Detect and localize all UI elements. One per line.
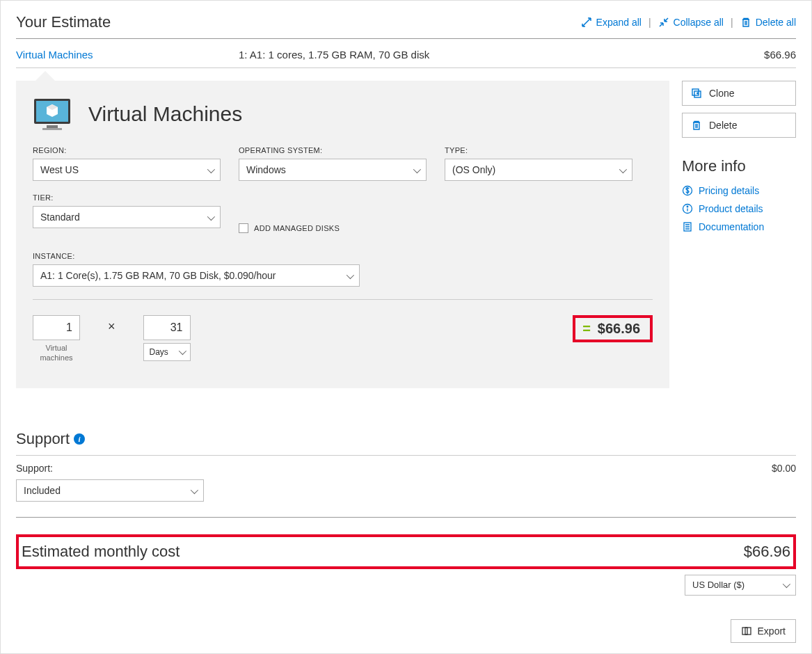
days-input[interactable]: 31 <box>143 315 191 340</box>
trash-icon <box>691 120 702 131</box>
os-select[interactable]: Windows <box>239 159 427 181</box>
equals-icon: = <box>582 321 591 337</box>
line-total-value: $66.96 <box>598 321 640 337</box>
clone-button[interactable]: Clone <box>682 81 796 106</box>
svg-rect-3 <box>42 128 62 130</box>
type-label: TYPE: <box>445 146 632 154</box>
panel-title: Virtual Machines <box>88 102 242 126</box>
tier-select[interactable]: Standard <box>33 206 221 228</box>
collapse-all-link[interactable]: Collapse all <box>658 17 724 28</box>
vm-count-caption: Virtual machines <box>33 343 80 363</box>
svg-rect-2 <box>47 125 58 128</box>
chevron-down-icon <box>207 164 213 175</box>
chevron-down-icon <box>347 270 352 281</box>
trash-icon <box>740 17 751 28</box>
currency-select[interactable]: US Dollar ($) <box>685 575 796 596</box>
more-info-heading: More info <box>682 157 796 175</box>
multiply-icon: × <box>108 319 116 334</box>
managed-disks-checkbox[interactable] <box>239 223 248 233</box>
vm-count-input[interactable]: 1 <box>33 315 80 340</box>
support-cost: $0.00 <box>772 463 796 474</box>
delete-button[interactable]: Delete <box>682 113 796 138</box>
support-select[interactable]: Included <box>16 479 204 502</box>
estimated-cost-value: $66.96 <box>744 543 790 561</box>
chevron-down-icon <box>191 485 196 496</box>
type-select[interactable]: (OS Only) <box>445 159 632 181</box>
chevron-down-icon <box>413 164 419 175</box>
export-icon <box>741 625 752 637</box>
dollar-circle-icon <box>682 185 693 196</box>
tab-cost: $66.96 <box>764 49 796 61</box>
chevron-down-icon <box>179 347 184 357</box>
expand-all-link[interactable]: Expand all <box>581 17 642 28</box>
os-label: OPERATING SYSTEM: <box>239 146 427 154</box>
instance-label: INSTANCE: <box>33 252 653 260</box>
pricing-details-link[interactable]: Pricing details <box>682 185 796 196</box>
clone-icon <box>691 88 702 99</box>
chevron-down-icon <box>783 580 788 590</box>
product-details-link[interactable]: Product details <box>682 203 796 214</box>
instance-select[interactable]: A1: 1 Core(s), 1.75 GB RAM, 70 GB Disk, … <box>33 264 360 287</box>
chevron-down-icon <box>207 212 213 223</box>
support-heading: Support i <box>16 430 796 456</box>
page-title: Your Estimate <box>16 13 111 31</box>
document-icon <box>682 221 693 232</box>
managed-disks-label: ADD MANAGED DISKS <box>254 224 340 232</box>
estimated-cost-highlight: Estimated monthly cost $66.96 <box>16 534 796 569</box>
separator: | <box>731 17 733 28</box>
vm-detail-panel: Virtual Machines REGION: West US OPERATI… <box>16 81 669 388</box>
chevron-down-icon <box>619 164 625 175</box>
tier-label: TIER: <box>33 193 221 202</box>
time-unit-select[interactable]: Days <box>143 343 191 361</box>
region-select[interactable]: West US <box>33 159 221 181</box>
tab-virtual-machines[interactable]: Virtual Machines <box>16 49 239 61</box>
info-circle-icon <box>682 203 693 214</box>
region-label: REGION: <box>33 146 221 154</box>
documentation-link[interactable]: Documentation <box>682 221 796 232</box>
separator: | <box>648 17 651 28</box>
estimated-cost-label: Estimated monthly cost <box>22 543 180 561</box>
line-total-highlight: = $66.96 <box>573 315 653 342</box>
info-icon[interactable]: i <box>74 433 85 445</box>
expand-icon <box>581 17 592 28</box>
export-button[interactable]: Export <box>731 619 796 643</box>
virtual-machine-icon <box>33 97 72 131</box>
support-label: Support: <box>16 463 53 474</box>
svg-rect-13 <box>745 628 751 635</box>
collapse-icon <box>658 17 669 28</box>
delete-all-link[interactable]: Delete all <box>740 17 796 28</box>
svg-point-10 <box>687 206 688 207</box>
tab-summary: 1: A1: 1 cores, 1.75 GB RAM, 70 GB disk <box>239 49 764 61</box>
